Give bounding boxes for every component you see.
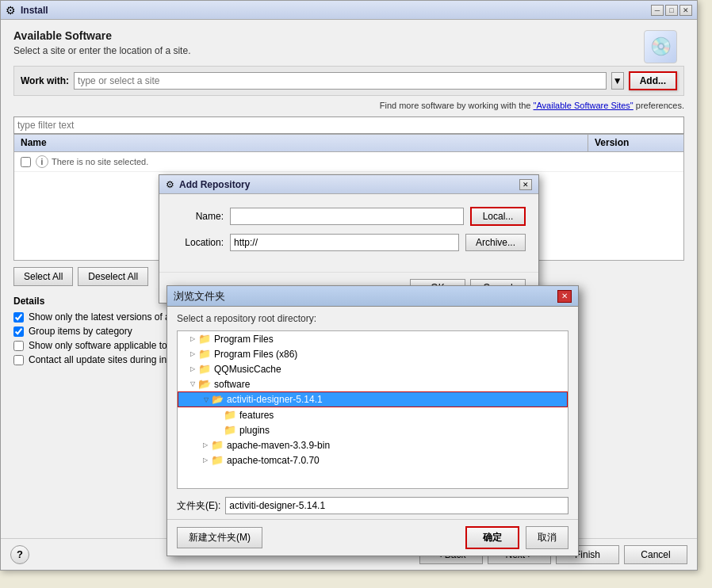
browse-action-buttons: 确定 取消 (465, 526, 568, 549)
preferences-link[interactable]: "Available Software Sites" (534, 101, 634, 110)
folder-icon: 📁 (198, 333, 211, 345)
window-title: Install (21, 5, 48, 16)
browse-bottom: 新建文件夹(M) 确定 取消 (167, 519, 578, 556)
item-label: software (214, 379, 250, 390)
folder-icon: 📁 (224, 409, 236, 421)
folder-icon: 📁 (211, 439, 224, 451)
tree-item-software[interactable]: ▽ 📂 software (178, 376, 568, 391)
archive-button[interactable]: Archive... (465, 234, 526, 251)
location-row: Location: Archive... (172, 234, 526, 251)
browse-title-bar: 浏览文件夹 ✕ (167, 286, 578, 307)
name-label: Name: (172, 211, 224, 222)
add-repository-dialog: ⚙ Add Repository ✕ Name: Local... Locati… (159, 174, 539, 304)
expand-icon: ▷ (189, 365, 197, 373)
item-label: Program Files (x86) (214, 349, 297, 360)
cancel-button[interactable]: Cancel (624, 545, 687, 564)
work-with-row: Work with: ▼ Add... (13, 66, 684, 96)
work-with-label: Work with: (21, 75, 69, 86)
add-repo-content: Name: Local... Location: Archive... (159, 194, 538, 272)
item-label: Program Files (214, 334, 274, 345)
install-icon: ⚙ (6, 4, 16, 17)
location-input[interactable] (230, 234, 459, 251)
contact-sites-checkbox[interactable] (13, 355, 24, 365)
tree-item-program-files[interactable]: ▷ 📁 Program Files (178, 331, 568, 346)
page-subtitle: Select a site or enter the location of a… (13, 45, 684, 56)
expand-icon: ▽ (202, 395, 210, 403)
browse-ok-button[interactable]: 确定 (465, 526, 519, 549)
work-with-dropdown[interactable]: ▼ (611, 72, 624, 90)
filter-input[interactable] (13, 116, 684, 134)
info-icon: i (36, 155, 48, 168)
tree-item-qqmusiccache[interactable]: ▷ 📁 QQMusicCache (178, 361, 568, 376)
add-repo-close-button[interactable]: ✕ (519, 179, 532, 190)
location-label: Location: (172, 237, 224, 248)
item-label: apache-maven-3.3.9-bin (227, 440, 330, 451)
browse-subtitle: Select a repository root directory: (167, 307, 578, 327)
name-column-header: Name (14, 135, 588, 151)
add-repo-icon: ⚙ (166, 179, 174, 190)
page-heading: Available Software (13, 29, 684, 42)
filename-label: 文件夹(E): (177, 499, 220, 513)
tree-item-apache-tomcat[interactable]: ▷ 📁 apache-tomcat-7.0.70 (178, 452, 568, 468)
close-button[interactable]: ✕ (679, 5, 692, 16)
browse-title: 浏览文件夹 (174, 289, 225, 304)
add-repo-title: Add Repository (179, 179, 250, 190)
local-button[interactable]: Local... (470, 207, 526, 226)
name-input[interactable] (230, 208, 464, 225)
expand-icon (214, 426, 222, 434)
browse-folder-dialog: 浏览文件夹 ✕ Select a repository root directo… (167, 285, 579, 556)
item-label: apache-tomcat-7.0.70 (227, 455, 320, 466)
add-repo-title-bar: ⚙ Add Repository ✕ (159, 175, 538, 194)
expand-icon: ▷ (201, 441, 209, 449)
group-by-category-checkbox[interactable] (13, 326, 24, 337)
folder-open-icon: 📂 (198, 378, 211, 390)
table-header: Name Version (14, 135, 683, 152)
item-label: plugins (239, 425, 270, 436)
folder-icon: 📁 (198, 348, 211, 360)
filename-input[interactable] (225, 497, 568, 514)
title-bar-left: ⚙ Install (6, 4, 48, 17)
new-folder-button[interactable]: 新建文件夹(M) (177, 527, 262, 548)
minimize-button[interactable]: ─ (651, 5, 664, 16)
version-column-header: Version (588, 135, 683, 151)
eclipse-icon: 💿 (640, 26, 681, 67)
browse-cancel-button[interactable]: 取消 (526, 526, 568, 549)
no-site-text: There is no site selected. (52, 157, 148, 166)
table-row: i There is no site selected. (14, 152, 683, 172)
restore-button[interactable]: □ (665, 5, 678, 16)
deselect-all-button[interactable]: Deselect All (78, 267, 148, 286)
folder-icon: 📁 (198, 363, 211, 375)
item-label: features (239, 410, 274, 421)
name-row: Name: Local... (172, 207, 526, 226)
tree-item-program-files-x86[interactable]: ▷ 📁 Program Files (x86) (178, 346, 568, 361)
tree-item-features[interactable]: 📁 features (178, 407, 568, 422)
add-button[interactable]: Add... (629, 71, 677, 90)
row-checkbox[interactable] (21, 157, 31, 167)
title-bar: ⚙ Install ─ □ ✕ (1, 1, 697, 20)
folder-open-icon: 📂 (212, 394, 224, 405)
preferences-row: Find more software by working with the "… (13, 101, 684, 110)
window-controls: ─ □ ✕ (651, 5, 692, 16)
expand-icon: ▷ (189, 350, 197, 358)
work-with-input[interactable] (74, 72, 607, 90)
filename-row: 文件夹(E): (167, 492, 578, 519)
expand-icon (214, 411, 222, 419)
expand-icon: ▽ (189, 380, 197, 388)
show-latest-checkbox[interactable] (13, 312, 24, 323)
select-all-button[interactable]: Select All (13, 267, 73, 286)
help-button[interactable]: ? (10, 545, 29, 564)
tree-item-activiti-designer[interactable]: ▽ 📂 activiti-designer-5.14.1 (178, 391, 568, 407)
preferences-text: Find more software by working with the (380, 101, 531, 110)
applicable-checkbox[interactable] (13, 341, 24, 351)
item-label: QQMusicCache (214, 364, 281, 375)
folder-tree[interactable]: ▷ 📁 Program Files ▷ 📁 Program Files (x86… (177, 330, 568, 489)
group-by-category-label: Group items by category (29, 326, 132, 337)
tree-item-plugins[interactable]: 📁 plugins (178, 422, 568, 437)
expand-icon: ▷ (189, 335, 197, 343)
preferences-suffix: preferences. (636, 101, 684, 110)
expand-icon: ▷ (201, 456, 209, 464)
folder-icon: 📁 (224, 424, 236, 436)
browse-close-button[interactable]: ✕ (557, 290, 572, 303)
item-label: activiti-designer-5.14.1 (227, 394, 323, 405)
tree-item-apache-maven[interactable]: ▷ 📁 apache-maven-3.3.9-bin (178, 437, 568, 452)
